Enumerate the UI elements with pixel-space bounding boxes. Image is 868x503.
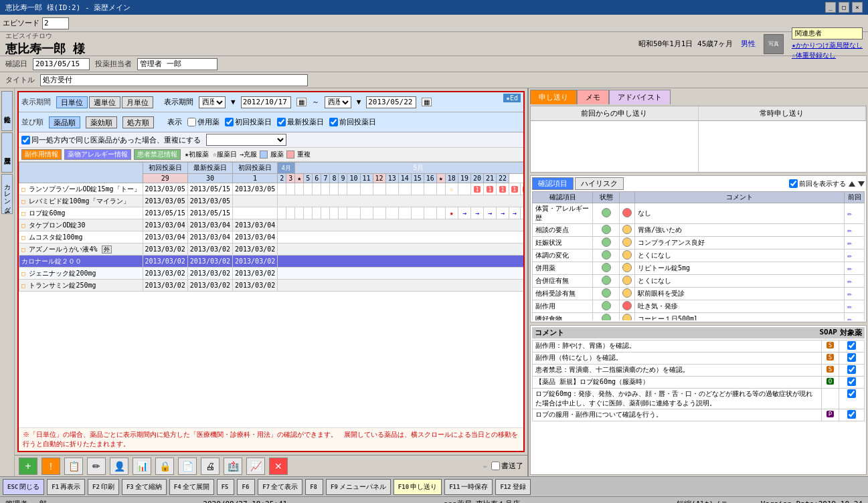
esc-btn[interactable]: ESC 閉じる <box>3 479 44 495</box>
window-controls[interactable]: _ □ × <box>825 2 863 13</box>
checked-label[interactable]: 書送了 <box>491 461 523 471</box>
staff-input[interactable] <box>137 58 218 70</box>
confirm-date-input[interactable] <box>33 58 90 70</box>
edit-btn[interactable]: ✏ <box>87 458 106 475</box>
title-input[interactable] <box>40 74 308 86</box>
sort-rx-btn[interactable]: 処方順 <box>122 116 154 128</box>
f5-btn[interactable]: F5 <box>217 479 235 495</box>
confirm-row-9[interactable]: 嗜好食物 コーヒー１日500ml ✏ <box>533 313 865 321</box>
right-tab-memo[interactable]: メモ <box>577 90 609 104</box>
f7-btn[interactable]: F7 全て表示 <box>258 479 302 495</box>
f4-btn[interactable]: F4 全て展開 <box>169 479 214 495</box>
doc-btn[interactable]: 📄 <box>178 458 197 475</box>
side-tab-yakureki[interactable]: 薬歴履歴 <box>1 132 13 173</box>
drug-row-7[interactable]: カロナール錠２００ 2013/03/02 2013/03/02 2013/03/… <box>19 256 524 268</box>
confirm-edit-6[interactable]: ✏ <box>845 275 865 288</box>
confirm-tab-high-risk[interactable]: ハイリスク <box>575 177 624 190</box>
side-tab-calendar[interactable]: カレンダー <box>1 174 13 214</box>
from-date-input[interactable] <box>241 96 291 108</box>
sort-up-btn[interactable] <box>849 181 855 187</box>
f2-btn[interactable]: F2 印刷 <box>88 479 119 495</box>
confirm-row-4[interactable]: 体調の変化 とくになし ✏ <box>533 249 865 262</box>
close-x-btn[interactable]: ✕ <box>269 458 288 475</box>
chart-btn[interactable]: 📊 <box>133 458 151 475</box>
confirm-edit-7[interactable]: ✏ <box>845 288 865 300</box>
confirm-row-8[interactable]: 副作用 吐き気・発疹 ✏ <box>533 300 865 313</box>
f3-btn[interactable]: F3 全て縮納 <box>122 479 167 495</box>
cb-first[interactable]: 初回投薬日 <box>225 117 272 127</box>
confirm-edit-2[interactable]: ✏ <box>845 224 865 237</box>
edit-corner-btn[interactable]: ★Ed <box>503 94 521 102</box>
confirm-row-6[interactable]: 合併症有無 とくになし ✏ <box>533 275 865 288</box>
person-btn[interactable]: 👤 <box>110 458 128 475</box>
sort-effect-btn[interactable]: 薬効順 <box>86 116 117 128</box>
confirm-row-3[interactable]: 妊娠状況 コンプライアンス良好 ✏ <box>533 237 865 249</box>
drug-row-9[interactable]: □ トランサミン錠250mg 2013/03/02 2013/03/02 201… <box>19 280 524 292</box>
cb-same-rx[interactable]: 同一処方内で同じ医薬品があった場合、重複にする <box>21 135 201 145</box>
to-date-input[interactable] <box>366 96 416 108</box>
cb-heiyou[interactable]: 併用薬 <box>187 117 220 127</box>
cb-prev[interactable]: 前回投薬日 <box>329 117 376 127</box>
drug-row-2[interactable]: □ レバミピド錠100mg「マイラン」 2013/03/05 2013/03/0… <box>19 195 524 207</box>
unit-week-btn[interactable]: 週単位 <box>89 96 120 108</box>
confirm-edit-9[interactable]: ✏ <box>845 313 865 321</box>
confirm-edit-8[interactable]: ✏ <box>845 300 865 313</box>
confirm-edit-4[interactable]: ✏ <box>845 249 865 262</box>
unit-day-btn[interactable]: 日単位 <box>56 96 88 108</box>
confirm-row-7[interactable]: 他科受診有無 駅前眼科を受診 ✏ <box>533 288 865 300</box>
confirm-table-wrapper[interactable]: 確認項目 状態 コメント 前回 体質・アレルギー歴 なし <box>532 191 865 320</box>
taijuu-link[interactable]: ☆体重登録なし <box>792 51 863 60</box>
drug-row-6[interactable]: □ アズノールうがい液4% 外 2013/03/02 2013/03/02 20… <box>19 243 524 256</box>
lock-btn[interactable]: 🔒 <box>155 458 174 475</box>
to-cal-btn[interactable]: ▦ <box>422 98 432 106</box>
drug-row-3[interactable]: □ ロブ錠60mg 2013/05/15 2013/05/15 <box>19 207 524 219</box>
right-tab-advice[interactable]: アドバイスト <box>609 90 671 104</box>
f11-btn[interactable]: F11 一時保存 <box>444 479 493 495</box>
same-rx-select[interactable] <box>206 134 286 146</box>
confirm-row-2[interactable]: 相談の要点 胃痛/強いため ✏ <box>533 224 865 237</box>
drug-row-5[interactable]: □ ムコスタ錠100mg 2013/03/04 2013/03/04 2013/… <box>19 231 524 243</box>
add-btn[interactable]: + <box>19 458 37 475</box>
maximize-button[interactable]: □ <box>839 2 849 13</box>
prev-display-label[interactable]: 前回を表示する <box>789 179 846 189</box>
kakaritsuke-link[interactable]: ★かかりつけ薬局暦なし <box>792 41 863 50</box>
f1-btn[interactable]: F1 再表示 <box>47 479 85 495</box>
f12-btn[interactable]: F12 登録 <box>495 479 530 495</box>
alert-btn[interactable]: ! <box>41 458 60 475</box>
from-era-select[interactable]: 西暦 <box>199 96 226 108</box>
confirm-tab-items[interactable]: 確認項目 <box>532 177 574 190</box>
prev-display-cb[interactable] <box>789 179 798 188</box>
sort-down-btn[interactable] <box>858 181 865 187</box>
to-era-select[interactable]: 西暦 <box>325 96 351 108</box>
f6-btn[interactable]: F6 <box>237 479 255 495</box>
cb-prev-input[interactable] <box>329 118 338 126</box>
drug-row-4[interactable]: □ タケプロンOD錠30 2013/03/04 2013/03/04 2013/… <box>19 219 524 231</box>
cb-same-rx-input[interactable] <box>21 136 30 144</box>
checked-cb[interactable] <box>491 462 500 470</box>
from-cal-btn[interactable]: ▦ <box>296 98 307 106</box>
drug-row-8[interactable]: □ ジェニナック錠200mg 2013/03/02 2013/03/02 201… <box>19 268 524 280</box>
confirm-edit-5[interactable]: ✏ <box>845 262 865 275</box>
f9-btn[interactable]: F9 メニューパネル <box>326 479 391 495</box>
cb-latest-input[interactable] <box>277 118 286 126</box>
hospital-btn[interactable]: 🏥 <box>224 458 242 475</box>
cb-latest[interactable]: 最新投薬日 <box>277 117 324 127</box>
confirm-edit-3[interactable]: ✏ <box>845 237 865 249</box>
episode-input[interactable]: 2 <box>42 17 69 29</box>
drug-row-1[interactable]: □ ランソプラゾールOD錠15mg「トー」 2013/03/05 2013/05… <box>19 183 524 195</box>
confirm-edit-1[interactable]: ✏ <box>845 203 865 224</box>
confirm-row-5[interactable]: 併用薬 リピトール錠5mg ✏ <box>533 262 865 275</box>
minimize-button[interactable]: _ <box>825 2 836 13</box>
f10-btn[interactable]: F10 申し送り <box>394 479 442 495</box>
print-btn[interactable]: 🖨 <box>201 458 220 475</box>
right-tab-send[interactable]: 申し送り <box>530 90 577 104</box>
cb-heiyou-input[interactable] <box>187 118 196 126</box>
confirm-row-1[interactable]: 体質・アレルギー歴 なし ✏ <box>533 203 865 224</box>
close-button[interactable]: × <box>852 2 863 13</box>
sort-drug-btn[interactable]: 薬品順 <box>49 116 80 128</box>
drug-table-container[interactable]: 初回投薬日 最新投薬日 初回投薬日 4月 5月 29 30 1 <box>19 162 523 427</box>
cb-first-input[interactable] <box>225 118 234 126</box>
copy-btn[interactable]: 📋 <box>64 458 83 475</box>
chart2-btn[interactable]: 📈 <box>246 458 265 475</box>
side-tab-shohihikaku[interactable]: 処方比較 <box>1 91 13 131</box>
